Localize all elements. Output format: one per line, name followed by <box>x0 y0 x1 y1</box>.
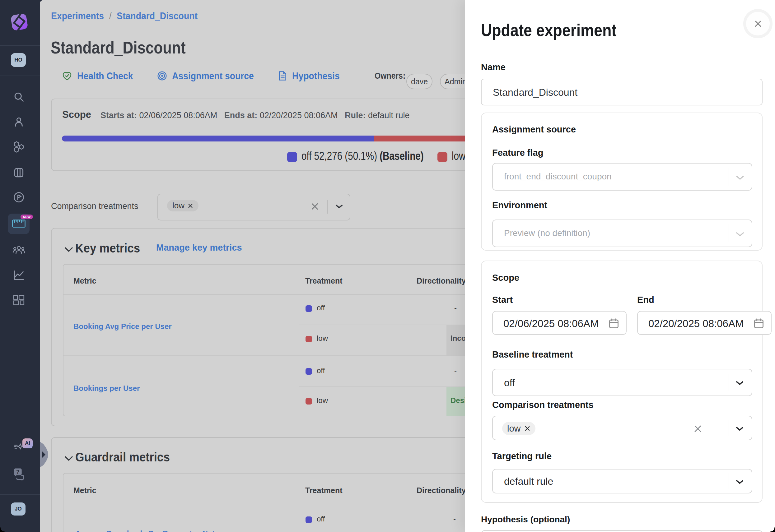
svg-text:?: ? <box>16 469 20 475</box>
